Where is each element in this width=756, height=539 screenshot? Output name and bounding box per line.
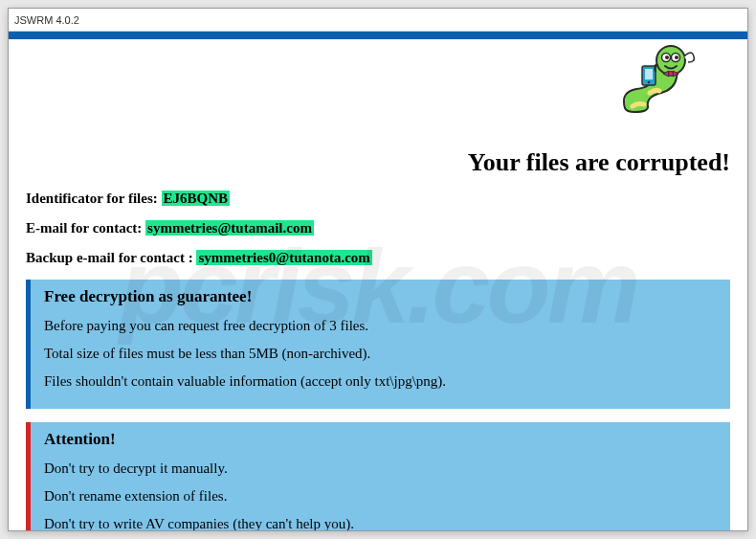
ransom-window: JSWRM 4.0.2 pcrisk.com: [8, 8, 748, 531]
guarantee-line-1: Before paying you can request free decry…: [44, 318, 719, 334]
email-value: symmetries@tutamail.com: [145, 220, 314, 236]
svg-point-3: [665, 56, 669, 59]
svg-point-5: [669, 72, 674, 77]
email-label: E-mail for contact:: [26, 220, 145, 236]
header-row: [26, 39, 730, 145]
guarantee-line-3: Files shouldn't contain valuable informa…: [44, 373, 719, 390]
svg-point-0: [656, 46, 685, 75]
guarantee-title: Free decryption as guarantee!: [44, 287, 719, 306]
guarantee-line-2: Total size of files must be less than 5M…: [44, 346, 719, 362]
attention-line-1: Don't try to decrypt it manually.: [44, 460, 719, 477]
identificator-label: Identificator for files:: [26, 191, 162, 206]
attention-line-2: Don't rename extension of files.: [44, 488, 719, 505]
backup-email-label: Backup e-mail for contact :: [26, 250, 196, 265]
corrupted-heading: Your files are corrupted!: [26, 148, 730, 177]
window-title: JSWRM 4.0.2: [14, 14, 79, 26]
svg-point-4: [675, 56, 678, 59]
svg-rect-7: [645, 69, 653, 79]
backup-email-line: Backup e-mail for contact : symmetries0@…: [26, 250, 730, 266]
identificator-value: EJ6BQNB: [162, 191, 231, 206]
identificator-line: Identificator for files: EJ6BQNB: [26, 191, 730, 207]
attention-title: Attention!: [44, 430, 719, 449]
svg-point-8: [648, 81, 651, 84]
bluebar: [9, 32, 747, 39]
attention-panel: Attention! Don't try to decrypt it manua…: [26, 422, 730, 530]
guarantee-panel: Free decryption as guarantee! Before pay…: [26, 280, 730, 409]
content-area: pcrisk.com: [9, 39, 747, 530]
titlebar[interactable]: JSWRM 4.0.2: [9, 9, 747, 32]
backup-email-value: symmetries0@tutanota.com: [196, 250, 371, 265]
email-line: E-mail for contact: symmetries@tutamail.…: [26, 220, 730, 236]
worm-icon: [615, 39, 701, 120]
attention-line-3: Don't try to write AV companies (they ca…: [44, 516, 719, 530]
